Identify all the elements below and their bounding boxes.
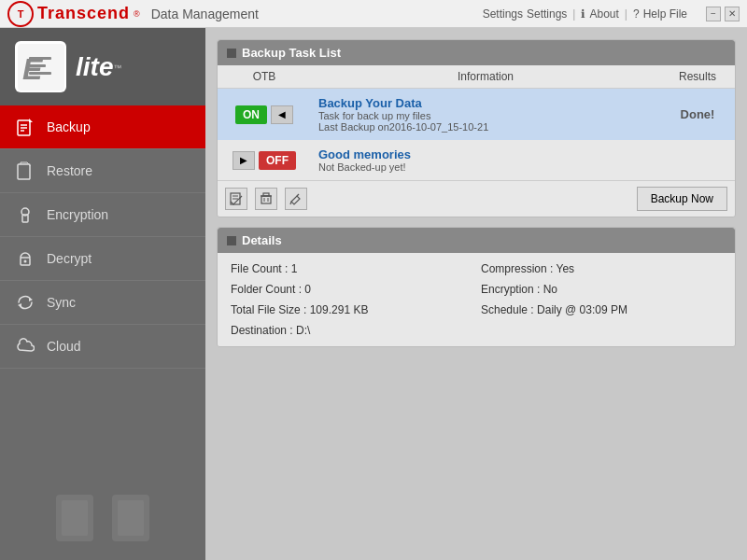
pencil-icon[interactable]: [285, 188, 307, 210]
help-icon: ?: [633, 7, 640, 21]
sync-icon: [15, 292, 35, 313]
svg-rect-3: [29, 64, 46, 67]
otb-controls-2: ▶ OFF: [225, 151, 303, 170]
encryption: Encryption : No: [481, 283, 722, 296]
svg-point-13: [24, 260, 27, 263]
bg-icon-2: [112, 495, 149, 541]
sidebar-bg-icons: [0, 495, 205, 541]
sidebar-item-label-sync: Sync: [47, 295, 76, 310]
task-info-cell: Backup Your Data Task for back up my fil…: [311, 89, 660, 141]
settings-label[interactable]: Settings: [527, 7, 567, 21]
title-bar-right: Settings Settings | ℹ About | ? Help Fil…: [483, 7, 740, 21]
svg-marker-14: [29, 298, 33, 301]
sidebar-item-decrypt[interactable]: Decrypt: [0, 237, 205, 281]
col-header-otb: OTB: [218, 65, 311, 89]
elite-icon: E: [15, 41, 66, 92]
folder-count: Folder Count : 0: [231, 283, 472, 296]
sidebar-logo-area: E lite™: [0, 28, 205, 105]
backup-icon: [15, 117, 35, 137]
otb-arrow-button-2[interactable]: ▶: [233, 151, 255, 170]
backup-task-list-panel: Backup Task List OTB Information Results: [217, 39, 736, 217]
encryption-icon: [15, 204, 35, 225]
sidebar-item-label-backup: Backup: [47, 119, 91, 134]
sidebar-item-label-decrypt: Decrypt: [47, 251, 92, 266]
col-header-info: Information: [311, 65, 660, 89]
total-file-size: Total File Size : 109.291 KB: [231, 303, 472, 316]
delete-icon[interactable]: [255, 188, 277, 210]
sidebar-item-backup[interactable]: Backup: [0, 105, 205, 149]
toolbar-icons: [225, 188, 307, 210]
bg-icon-1: [56, 495, 93, 541]
sidebar-item-cloud[interactable]: Cloud: [0, 325, 205, 369]
sidebar-item-sync[interactable]: Sync: [0, 281, 205, 325]
registered-mark: ®: [134, 9, 140, 19]
details-title: Details: [242, 233, 282, 247]
transcend-circle-icon: T: [7, 1, 34, 27]
nav-items: Backup Restore: [0, 105, 205, 369]
task-subtitle-2: Not Backed-up yet!: [318, 161, 653, 173]
svg-line-24: [297, 194, 299, 196]
otb-off-button[interactable]: OFF: [259, 151, 296, 170]
compression: Compression : Yes: [481, 262, 722, 275]
decrypt-icon: [15, 248, 35, 269]
task-title: Backup Your Data: [318, 96, 653, 110]
cloud-icon: [15, 336, 35, 357]
svg-marker-15: [18, 303, 21, 307]
details-header: Details: [218, 228, 735, 253]
close-button[interactable]: ✕: [725, 7, 740, 21]
task-result-cell-2: [660, 140, 735, 180]
details-header-square: [227, 236, 236, 245]
elite-text: lite: [76, 52, 113, 81]
table-row[interactable]: ▶ OFF Good memories Not Backed-up yet!: [218, 140, 735, 180]
otb-controls: ON ◀: [225, 105, 303, 124]
backup-task-list-title: Backup Task List: [242, 46, 341, 60]
table-row[interactable]: ON ◀ Backup Your Data Task for back up m…: [218, 89, 735, 141]
svg-line-25: [290, 202, 291, 204]
main-container: E lite™: [0, 28, 747, 560]
details-empty: [481, 324, 722, 337]
task-table: OTB Information Results ON ◀: [218, 65, 735, 180]
details-content: File Count : 1 Compression : Yes Folder …: [218, 253, 735, 346]
details-panel: Details File Count : 1 Compression : Yes…: [217, 227, 736, 347]
task-result-cell: Done!: [660, 89, 735, 141]
task-toolbar: Backup Now: [218, 180, 735, 217]
destination: Destination : D:\: [231, 324, 472, 337]
task-result: Done!: [681, 107, 715, 121]
task-title-2: Good memories: [318, 147, 653, 161]
panel-header-square: [227, 49, 236, 58]
svg-rect-9: [18, 164, 30, 179]
otb-arrow-button[interactable]: ◀: [271, 105, 293, 124]
brand-name: Transcend: [37, 4, 130, 23]
about-btn[interactable]: About: [589, 7, 618, 21]
elite-tm: ™: [113, 63, 121, 72]
col-header-results: Results: [660, 65, 735, 89]
sidebar-item-label-encryption: Encryption: [47, 207, 108, 222]
backup-task-list-header: Backup Task List: [218, 40, 735, 65]
restore-icon: [15, 161, 35, 181]
task-info-cell-2: Good memories Not Backed-up yet!: [311, 140, 660, 180]
transcend-logo: T Transcend ®: [7, 1, 140, 27]
sidebar-item-encryption[interactable]: Encryption: [0, 193, 205, 237]
settings-btn[interactable]: Settings: [483, 7, 523, 21]
schedule: Schedule : Daily @ 03:09 PM: [481, 303, 722, 316]
sidebar-item-label-cloud: Cloud: [47, 339, 81, 354]
help-btn[interactable]: Help File: [643, 7, 687, 21]
svg-rect-19: [261, 196, 271, 203]
svg-rect-21: [263, 193, 269, 196]
file-count: File Count : 1: [231, 262, 472, 275]
minimize-button[interactable]: −: [706, 7, 721, 21]
svg-rect-2: [29, 57, 51, 60]
sidebar-item-restore[interactable]: Restore: [0, 149, 205, 193]
elite-branding: lite™: [76, 52, 121, 82]
content-area: Backup Task List OTB Information Results: [205, 28, 747, 560]
otb-on-button[interactable]: ON: [235, 105, 267, 124]
sidebar: E lite™: [0, 28, 205, 560]
about-icon: ℹ: [581, 7, 585, 21]
app-title: Data Management: [151, 7, 259, 21]
backup-now-button[interactable]: Backup Now: [637, 187, 727, 211]
title-bar-left: T Transcend ® Data Management: [7, 1, 259, 27]
task-otb-cell-2: ▶ OFF: [218, 140, 311, 180]
edit-icon[interactable]: [225, 188, 247, 210]
svg-rect-4: [29, 72, 51, 75]
sidebar-item-label-restore: Restore: [47, 163, 92, 178]
